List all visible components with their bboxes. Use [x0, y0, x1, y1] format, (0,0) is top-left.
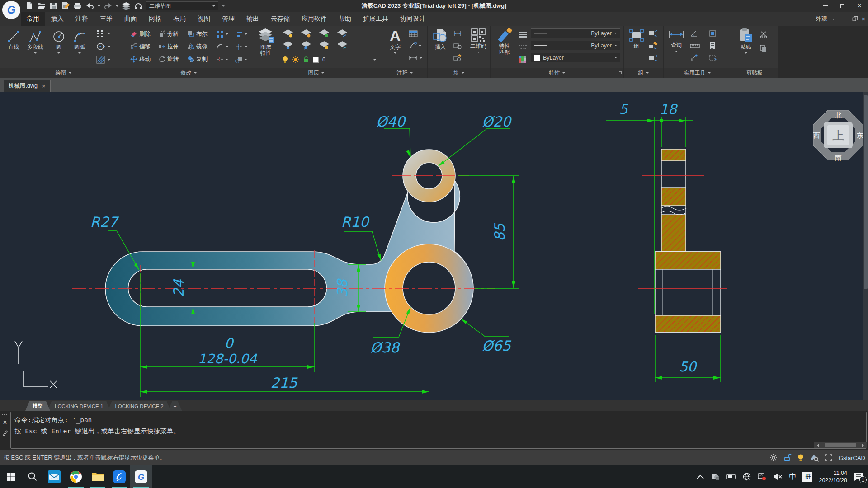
- centermark-tools[interactable]: [96, 41, 110, 52]
- erase-tool[interactable]: 删除: [130, 28, 151, 39]
- scroll-left-icon[interactable]: [815, 444, 819, 447]
- compass-east[interactable]: 东: [857, 131, 863, 139]
- array-tool[interactable]: [216, 28, 228, 39]
- layer-freeze-icon[interactable]: [300, 28, 312, 38]
- taskbar-clock[interactable]: 11:04 2022/10/28: [819, 469, 847, 484]
- circle-tool[interactable]: 圆: [48, 28, 70, 55]
- calculator-tool[interactable]: [709, 40, 716, 51]
- panel-label-draw[interactable]: 绘图: [0, 68, 127, 78]
- area-tool[interactable]: [709, 28, 718, 39]
- start-button[interactable]: [0, 465, 22, 488]
- undo-dropdown-icon[interactable]: [98, 5, 100, 8]
- point-tools[interactable]: [96, 28, 110, 39]
- workspace-select[interactable]: 二维草图: [146, 1, 218, 10]
- taskbar-chrome-app[interactable]: [65, 465, 87, 488]
- taskbar-search-button[interactable]: [22, 465, 43, 488]
- layer-on-icon[interactable]: [282, 28, 294, 38]
- align-dropdown-icon[interactable]: [245, 33, 247, 36]
- restore-button[interactable]: [834, 0, 851, 12]
- measure-dropdown-icon[interactable]: [675, 51, 678, 53]
- panel-label-layer[interactable]: 图层: [250, 68, 382, 78]
- layer-match-icon[interactable]: [336, 40, 348, 50]
- layer-off-icon[interactable]: [282, 40, 294, 50]
- ime-language-indicator[interactable]: 中: [789, 472, 796, 482]
- tab-locking-device-2[interactable]: LOCKING DEVICE 2: [108, 401, 170, 411]
- leader-dropdown-icon[interactable]: [419, 45, 421, 48]
- panel-label-clipboard[interactable]: 剪贴板: [731, 68, 778, 78]
- cut-tool[interactable]: [760, 29, 768, 40]
- leader-tool[interactable]: [409, 40, 421, 51]
- battery-icon[interactable]: [726, 474, 736, 479]
- ribbon-tab-home[interactable]: 常用: [21, 12, 45, 26]
- linetype-select[interactable]: ByLayer: [531, 41, 620, 50]
- align-tool[interactable]: [235, 28, 247, 39]
- network-globe-icon[interactable]: [743, 473, 751, 481]
- layer-lock-icon[interactable]: [318, 40, 330, 50]
- lineweight-select[interactable]: ByLayer: [531, 28, 620, 38]
- toolbar-overflow-icon[interactable]: [222, 5, 225, 9]
- dimension-tool[interactable]: [409, 52, 422, 63]
- rotation-lock-icon[interactable]: [757, 473, 766, 481]
- document-tab-close-icon[interactable]: ×: [42, 83, 46, 89]
- insert-block-tool[interactable]: 插入: [429, 28, 451, 50]
- ribbon-tab-manage[interactable]: 管理: [216, 12, 241, 26]
- sheet-set-button[interactable]: [122, 1, 131, 10]
- lengthen-dropdown-icon[interactable]: [245, 46, 247, 49]
- part-section-view[interactable]: [655, 149, 721, 332]
- group-tool[interactable]: 组: [626, 28, 647, 49]
- ribbon-tab-3d[interactable]: 三维: [94, 12, 118, 26]
- panel-label-block[interactable]: 块: [428, 68, 490, 78]
- explode-tool[interactable]: 分解: [158, 28, 179, 39]
- drawing-svg[interactable]: Ø40 Ø20 R27 R10 24 38 85 0 128-0.04 215 …: [0, 92, 868, 400]
- polyline-tool[interactable]: 多段线: [24, 28, 46, 55]
- undo-button[interactable]: [85, 1, 94, 10]
- tab-add-layout[interactable]: +: [168, 401, 182, 411]
- command-close-icon[interactable]: ×: [3, 419, 7, 426]
- compass-south[interactable]: 南: [835, 154, 842, 161]
- ribbon-tab-output[interactable]: 输出: [241, 12, 265, 26]
- color-grid-icon[interactable]: [518, 54, 527, 65]
- ruler-tool[interactable]: [690, 40, 700, 51]
- circle-dropdown-icon[interactable]: [57, 52, 60, 55]
- panel-label-modify[interactable]: 修改: [127, 68, 250, 78]
- minimize-button[interactable]: [816, 0, 834, 12]
- line-tool[interactable]: 直线: [3, 28, 24, 50]
- tray-expand-icon[interactable]: [697, 474, 704, 479]
- ungroup-tool[interactable]: [648, 28, 658, 39]
- rotate-tool[interactable]: 旋转: [158, 54, 179, 65]
- scale-dropdown-icon[interactable]: [245, 59, 247, 61]
- paste-tool[interactable]: 粘贴: [735, 28, 757, 55]
- tab-locking-device-1[interactable]: LOCKING DEVICE 1: [47, 401, 110, 411]
- break-tool[interactable]: [216, 54, 228, 65]
- doc-close-icon[interactable]: ×: [862, 15, 865, 23]
- support-headset-button[interactable]: [134, 1, 143, 10]
- block-attach-tool[interactable]: [453, 52, 462, 63]
- table-tool[interactable]: [409, 28, 418, 39]
- text-tool[interactable]: A 文字: [384, 28, 406, 55]
- angle-measure-tool[interactable]: [690, 28, 699, 39]
- tab-model[interactable]: 模型: [25, 401, 50, 411]
- group-select-tool[interactable]: [648, 52, 658, 63]
- canvas-scrollbar-thumb[interactable]: [864, 95, 868, 289]
- command-input-area[interactable]: 命令:指定对角点: '_pan按 Esc 或 Enter 键退出，或单击右键显示…: [10, 412, 867, 449]
- ribbon-tab-apps[interactable]: 应用软件: [296, 12, 333, 26]
- isolate-objects-icon[interactable]: [810, 454, 819, 462]
- match-properties-tool[interactable]: 特性匹配: [494, 28, 515, 55]
- ribbon-tab-insert[interactable]: 插入: [45, 12, 70, 26]
- part-front-view[interactable]: [105, 150, 473, 333]
- paste-dropdown-icon[interactable]: [745, 52, 747, 55]
- fillet-dropdown-icon[interactable]: [226, 46, 228, 49]
- command-scrollbar[interactable]: [814, 442, 867, 448]
- ime-pinyin-indicator[interactable]: 拼: [802, 472, 812, 482]
- properties-dialog-launcher-icon[interactable]: [617, 72, 621, 76]
- ribbon-tab-view[interactable]: 视图: [192, 12, 216, 26]
- array-dropdown-icon[interactable]: [226, 33, 228, 36]
- linetype-icon[interactable]: [518, 42, 527, 52]
- move-tool[interactable]: 移动: [130, 54, 151, 65]
- lineweight-icon[interactable]: [518, 29, 527, 40]
- open-file-button[interactable]: [37, 1, 46, 10]
- measure-tool[interactable]: 查询: [665, 28, 687, 53]
- compass-north[interactable]: 北: [835, 111, 842, 119]
- canvas-vertical-scrollbar[interactable]: [863, 92, 868, 400]
- polyline-dropdown-icon[interactable]: [34, 52, 37, 55]
